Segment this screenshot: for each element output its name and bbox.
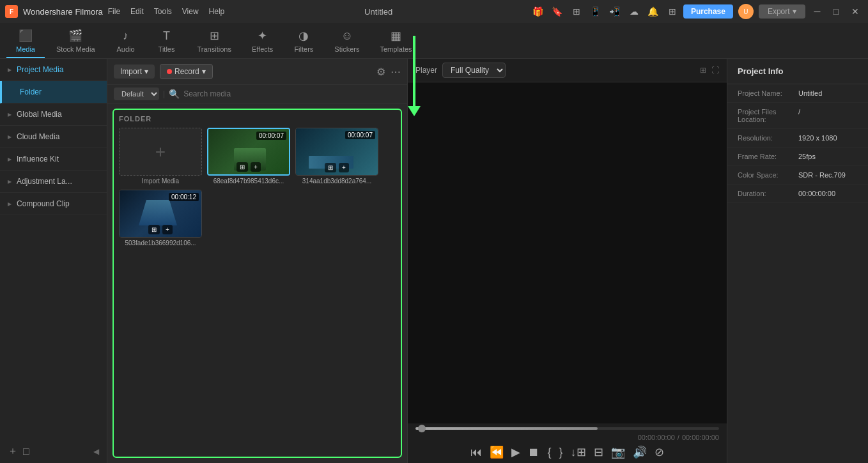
filters-label: Filters — [294, 45, 313, 53]
media-toolbar: Import ▾ Record ▾ ⚙ ⋯ — [107, 59, 407, 85]
export-button[interactable]: Export ▾ — [759, 4, 805, 19]
video1-add-btn[interactable]: + — [251, 162, 261, 172]
video2-duration: 00:00:07 — [345, 131, 375, 139]
time-display: 00:00:00:00 / 00:00:00:00 — [415, 434, 719, 441]
effects-label: Effects — [252, 45, 273, 53]
menu-edit[interactable]: Edit — [130, 7, 144, 16]
upload-icon[interactable]: ☁ — [628, 6, 640, 17]
arrow-icon: ▶ — [8, 201, 12, 207]
phone2-icon[interactable]: 📲 — [609, 6, 621, 17]
media-item-video3[interactable]: 00:00:12 ⊞ + 503fade1b366992d106... — [119, 190, 202, 247]
sidebar-item-adjustment-la[interactable]: ▶ Adjustment La... — [0, 171, 107, 193]
media-item-video2[interactable]: 00:00:07 ⊞ + 314aa1db3dd8d2a764... — [295, 128, 378, 185]
video2-add-btn[interactable]: + — [339, 163, 349, 172]
tab-effects[interactable]: ✦ Effects — [243, 25, 282, 58]
stock-media-icon: 🎬 — [68, 29, 82, 43]
close-button[interactable]: ✕ — [848, 5, 863, 18]
sidebar-item-cloud-media[interactable]: ▶ Cloud Media — [0, 126, 107, 148]
cloud-media-label: Cloud Media — [17, 132, 59, 141]
video2-grid-btn[interactable]: ⊞ — [325, 163, 336, 172]
settings-button[interactable]: ⊘ — [655, 445, 664, 459]
tab-stickers[interactable]: ☺ Stickers — [325, 25, 368, 58]
tab-audio[interactable]: ♪ Audio — [107, 25, 145, 58]
media-tab-icon: ⬛ — [19, 29, 33, 43]
info-row-name: Project Name: Untitled — [727, 84, 868, 103]
video3-add-btn[interactable]: + — [162, 225, 173, 234]
plus-icon: + — [155, 142, 166, 162]
arrow-icon: ▶ — [8, 179, 12, 185]
menu-file[interactable]: File — [108, 7, 120, 16]
menu-help[interactable]: Help — [209, 7, 225, 16]
sidebar-item-influence-kit[interactable]: ▶ Influence Kit — [0, 148, 107, 171]
tab-transitions[interactable]: ⊞ Transitions — [189, 25, 240, 58]
tab-media[interactable]: ⬛ Media — [6, 25, 45, 58]
screen-icon[interactable]: ⊞ — [571, 6, 582, 17]
record-button[interactable]: Record ▾ — [160, 64, 213, 79]
tab-filters[interactable]: ◑ Filters — [284, 25, 323, 58]
frame-back-button[interactable]: ⏪ — [490, 445, 504, 459]
default-select[interactable]: Default — [114, 87, 159, 100]
media-toolbar-right: ⚙ ⋯ — [376, 66, 401, 78]
gift-icon[interactable]: 🎁 — [532, 6, 544, 17]
sidebar-item-global-media[interactable]: ▶ Global Media — [0, 103, 107, 126]
add-folder-button[interactable]: ＋ — [8, 444, 18, 458]
import-thumb[interactable]: + — [119, 128, 202, 176]
volume-button[interactable]: 🔊 — [633, 445, 647, 459]
import-button[interactable]: Import ▾ — [114, 65, 155, 79]
mark-out-button[interactable]: } — [559, 446, 563, 459]
split-view-icon[interactable]: ⊞ — [700, 66, 706, 75]
bookmark-icon[interactable]: 🔖 — [552, 6, 563, 17]
grid-icon[interactable]: ⊞ — [667, 6, 678, 17]
split-view-button2[interactable]: ⊟ — [594, 445, 603, 459]
preview-toolbar: Player Full Quality 1/2 Quality 1/4 Qual… — [408, 59, 727, 82]
preview-icons: ⊞ ⛶ — [700, 66, 719, 75]
play-button[interactable]: ▶ — [511, 445, 520, 459]
more-options-icon[interactable]: ⋯ — [391, 66, 401, 78]
menu-view[interactable]: View — [182, 7, 199, 16]
transitions-label: Transitions — [198, 45, 231, 53]
filter-settings-icon[interactable]: ⚙ — [376, 66, 385, 78]
project-name-value: Untitled — [798, 89, 822, 97]
minimize-button[interactable]: ─ — [810, 5, 825, 18]
resolution-value: 1920 x 1080 — [798, 134, 837, 142]
tab-stock-media[interactable]: 🎬 Stock Media — [47, 25, 104, 58]
transitions-icon: ⊞ — [210, 29, 219, 43]
main-toolbar: ⬛ Media 🎬 Stock Media ♪ Audio T Titles ⊞… — [0, 23, 868, 59]
search-input[interactable] — [183, 89, 401, 98]
progress-handle[interactable] — [418, 425, 426, 432]
sidebar-item-project-media[interactable]: ▶ Project Media — [0, 59, 107, 81]
screenshot-button[interactable]: 📷 — [611, 445, 625, 459]
video3-grid-btn[interactable]: ⊞ — [148, 225, 160, 234]
info-row-framerate: Frame Rate: 25fps — [727, 148, 868, 166]
add-to-timeline-button[interactable]: ↓⊞ — [571, 445, 586, 459]
playback-controls: ⏮ ⏪ ▶ ⏹ { } ↓⊞ ⊟ 📷 🔊 ⊘ — [415, 445, 719, 459]
video2-thumb: 00:00:07 ⊞ + — [295, 128, 378, 176]
video1-grid-btn[interactable]: ⊞ — [236, 162, 248, 172]
menu-tools[interactable]: Tools — [154, 7, 172, 16]
bell-icon[interactable]: 🔔 — [647, 6, 659, 17]
media-item-video1[interactable]: 00:00:07 ⊞ + 68eaf8d47b985413d6c... — [207, 128, 290, 185]
search-icon: 🔍 — [169, 89, 180, 99]
compound-clip-label: Compound Clip — [17, 199, 70, 208]
frame-rate-value: 25fps — [798, 153, 816, 160]
progress-bar[interactable] — [415, 427, 719, 430]
titlebar: F Wondershare Filmora File Edit Tools Vi… — [0, 0, 868, 23]
titles-label: Titles — [159, 45, 175, 53]
mark-in-button[interactable]: { — [547, 446, 551, 459]
purchase-button[interactable]: Purchase — [683, 4, 733, 19]
titlebar-right: 🎁 🔖 ⊞ 📱 📲 ☁ 🔔 ⊞ Purchase U Export ▾ ─ □ … — [532, 4, 863, 19]
sidebar-item-folder[interactable]: Folder — [0, 81, 107, 103]
maximize-button[interactable]: □ — [830, 5, 842, 18]
tab-titles[interactable]: T Titles — [148, 25, 186, 58]
quality-select[interactable]: Full Quality 1/2 Quality 1/4 Quality — [442, 63, 506, 78]
collapse-panel-button[interactable]: ◀ — [93, 447, 99, 456]
import-media-item[interactable]: + Import Media — [119, 128, 202, 185]
skip-back-button[interactable]: ⏮ — [470, 446, 482, 459]
fullscreen-icon[interactable]: ⛶ — [711, 66, 719, 75]
phone-icon[interactable]: 📱 — [590, 6, 601, 17]
sidebar-item-compound-clip[interactable]: ▶ Compound Clip — [0, 193, 107, 215]
stop-button[interactable]: ⏹ — [528, 446, 539, 459]
search-bar: Default | 🔍 — [107, 85, 407, 103]
user-avatar[interactable]: U — [738, 4, 754, 19]
remove-folder-button[interactable]: □ — [23, 446, 29, 457]
